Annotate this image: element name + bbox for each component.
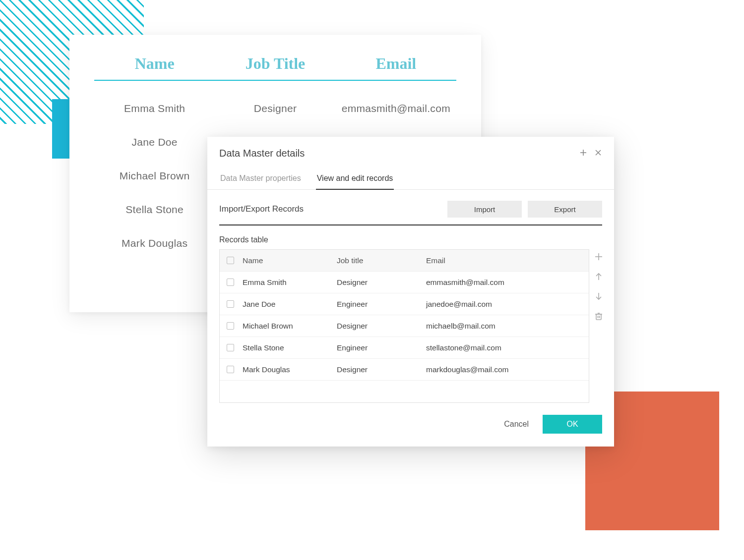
cell-name: Michael Brown <box>243 322 337 331</box>
dialog-tabs: Data Master properties View and edit rec… <box>207 169 614 190</box>
table-header-row: Name Job title Email <box>220 250 589 272</box>
expand-icon[interactable] <box>579 149 587 159</box>
cell-name: Stella Stone <box>243 343 337 352</box>
move-up-icon[interactable] <box>594 272 603 283</box>
import-export-row: Import/Export Records Import Export <box>219 201 602 225</box>
tab-records[interactable]: View and edit records <box>316 169 394 190</box>
row-checkbox[interactable] <box>227 279 234 286</box>
preview-cell-job: Designer <box>215 103 335 114</box>
row-checkbox[interactable] <box>227 322 234 330</box>
move-down-icon[interactable] <box>594 292 603 303</box>
preview-cell-name: Emma Smith <box>94 103 215 114</box>
import-export-label: Import/Export Records <box>219 204 441 214</box>
tab-properties[interactable]: Data Master properties <box>219 169 302 190</box>
cell-email: janedoe@mail.com <box>426 300 582 309</box>
row-checkbox[interactable] <box>227 366 234 373</box>
cell-job: Designer <box>337 278 426 287</box>
svg-rect-8 <box>596 314 601 320</box>
table-row[interactable]: Mark Douglas Designer markdouglas@mail.c… <box>220 359 589 381</box>
export-button[interactable]: Export <box>528 201 602 218</box>
column-header-job: Job title <box>337 256 426 265</box>
cell-email: markdouglas@mail.com <box>426 365 582 374</box>
table-row[interactable]: Jane Doe Engineer janedoe@mail.com <box>220 293 589 315</box>
delete-row-icon[interactable] <box>594 312 603 323</box>
preview-cell-name: Jane Doe <box>94 136 215 148</box>
preview-header-name: Name <box>94 55 215 73</box>
row-checkbox[interactable] <box>227 300 234 308</box>
preview-header-job: Job Title <box>215 55 335 73</box>
preview-cell-name: Michael Brown <box>94 170 215 182</box>
preview-cell-name: Stella Stone <box>94 204 215 216</box>
cell-email: emmasmith@mail.com <box>426 278 582 287</box>
dialog-title: Data Master details <box>219 148 579 159</box>
preview-header-row: Name Job Title Email <box>94 55 456 81</box>
cell-name: Jane Doe <box>243 300 337 309</box>
row-checkbox[interactable] <box>227 344 234 351</box>
table-row[interactable]: Michael Brown Designer michaelb@mail.com <box>220 315 589 337</box>
import-button[interactable]: Import <box>447 201 522 218</box>
cell-name: Emma Smith <box>243 278 337 287</box>
preview-header-email: Email <box>336 55 456 73</box>
cancel-button[interactable]: Cancel <box>501 416 532 433</box>
records-table-label: Records table <box>219 235 602 244</box>
preview-row: Emma Smith Designer emmasmith@mail.com <box>94 103 456 114</box>
records-table: Name Job title Email Emma Smith Designer… <box>219 249 589 403</box>
table-row[interactable]: Stella Stone Engineer stellastone@mail.c… <box>220 337 589 359</box>
add-row-icon[interactable] <box>594 252 603 263</box>
table-row[interactable]: Emma Smith Designer emmasmith@mail.com <box>220 272 589 293</box>
select-all-checkbox[interactable] <box>227 257 234 264</box>
ok-button[interactable]: OK <box>543 415 602 434</box>
preview-cell-email: emmasmith@mail.com <box>336 103 456 114</box>
data-master-dialog: Data Master details Data Master properti… <box>207 137 614 447</box>
cell-job: Designer <box>337 322 426 331</box>
cell-job: Engineer <box>337 300 426 309</box>
column-header-email: Email <box>426 256 582 265</box>
cell-job: Engineer <box>337 343 426 352</box>
cell-name: Mark Douglas <box>243 365 337 374</box>
cell-email: michaelb@mail.com <box>426 322 582 331</box>
records-row-actions <box>589 249 608 403</box>
column-header-name: Name <box>243 256 337 265</box>
decoration-teal-block <box>52 99 69 159</box>
cell-email: stellastone@mail.com <box>426 343 582 352</box>
cell-job: Designer <box>337 365 426 374</box>
preview-cell-name: Mark Douglas <box>94 237 215 249</box>
close-icon[interactable] <box>594 149 602 159</box>
